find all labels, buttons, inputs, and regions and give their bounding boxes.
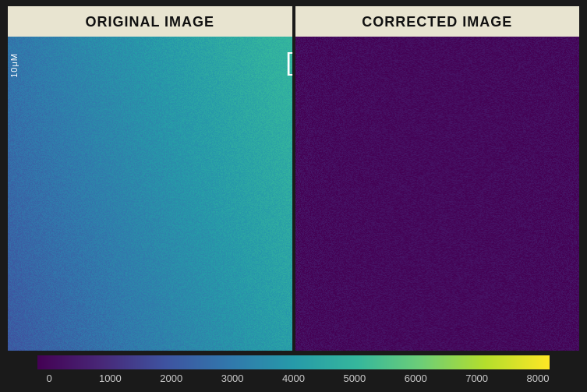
- left-panel-title: ORIGINAL IMAGE: [8, 6, 292, 37]
- right-panel: CORRECTED IMAGE: [295, 6, 580, 351]
- corrected-image-canvas: [295, 37, 580, 351]
- tick-4000: 4000: [282, 373, 306, 384]
- tick-1000: 1000: [98, 373, 122, 384]
- left-panel: ORIGINAL IMAGE 10μM: [8, 6, 292, 351]
- tick-0: 0: [37, 373, 61, 384]
- tick-2000: 2000: [160, 373, 183, 384]
- right-panel-title: CORRECTED IMAGE: [295, 6, 580, 37]
- colorbar-gradient: [37, 355, 550, 369]
- main-container: ORIGINAL IMAGE 10μM [ CORRECTED IMAGE 0 …: [0, 0, 587, 392]
- panel-divider: [: [292, 6, 295, 351]
- y-axis-label: 10μM: [9, 53, 19, 78]
- tick-5000: 5000: [343, 373, 366, 384]
- tick-6000: 6000: [404, 373, 427, 384]
- tick-3000: 3000: [221, 373, 244, 384]
- bracket-symbol: [: [286, 49, 293, 74]
- left-image-area: [8, 37, 292, 351]
- images-row: ORIGINAL IMAGE 10μM [ CORRECTED IMAGE: [8, 6, 579, 351]
- tick-8000: 8000: [526, 373, 550, 384]
- colorbar-ticks: 0 1000 2000 3000 4000 5000 6000 7000 800…: [37, 373, 550, 384]
- original-image-canvas: [8, 37, 292, 351]
- right-image-area: [295, 37, 580, 351]
- tick-7000: 7000: [465, 373, 489, 384]
- colorbar-section: 0 1000 2000 3000 4000 5000 6000 7000 800…: [8, 355, 579, 384]
